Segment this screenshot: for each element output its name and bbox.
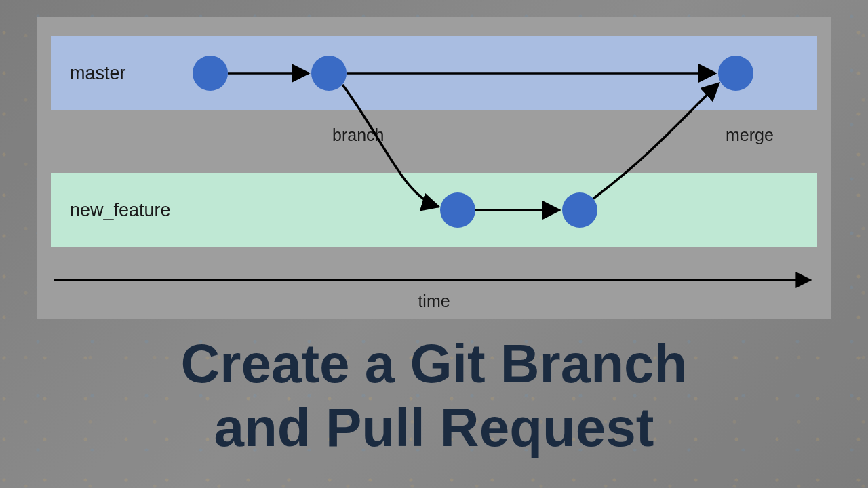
master-lane-label: master [51,63,126,84]
title-line-2: and Pull Request [0,396,868,460]
time-axis-label: time [37,291,831,311]
branch-label: branch [332,125,384,145]
merge-label: merge [726,125,774,145]
git-diagram-card: master new_feature branch merge time [37,17,831,319]
master-lane: master [51,36,817,110]
feature-lane-label: new_feature [51,200,171,221]
feature-lane: new_feature [51,173,817,247]
main-title: Create a Git Branch and Pull Request [0,332,868,460]
title-line-1: Create a Git Branch [0,332,868,396]
